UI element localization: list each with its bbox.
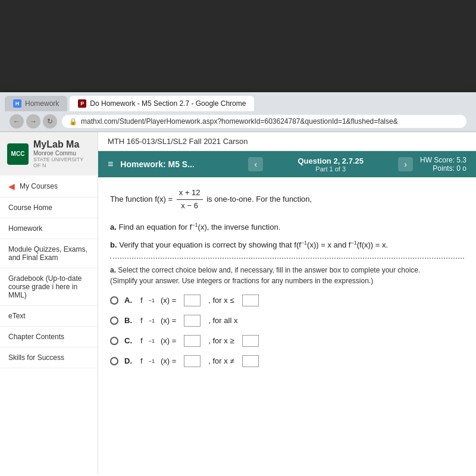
radio-d[interactable] — [110, 357, 118, 365]
tab-mathxl-label: Do Homework - M5 Section 2.7 - Google Ch… — [90, 99, 246, 108]
prev-question-button[interactable]: ‹ — [248, 157, 263, 171]
course-title: MTH 165-013/SL1/SL2 Fall 2021 Carson — [108, 137, 248, 146]
mylab-title-text: MyLab Ma — [33, 139, 90, 150]
tab-homework-label: Homework — [25, 99, 59, 108]
back-button[interactable]: ← — [10, 114, 24, 129]
radio-b[interactable] — [110, 317, 118, 325]
choice-b-label: B. — [124, 316, 132, 325]
instruction-part-label: a. — [110, 266, 116, 274]
answer-box-a2[interactable] — [242, 295, 259, 306]
sidebar-item-homework[interactable]: Homework — [0, 218, 98, 239]
answer-box-b[interactable] — [184, 315, 201, 327]
main-content: MTH 165-013/SL1/SL2 Fall 2021 Carson ≡ H… — [98, 132, 476, 474]
sidebar-item-my-courses[interactable]: ◀ My Courses — [0, 176, 98, 198]
answer-choices: A. f−1(x) = , for x ≤ B. f−1(x) = , for … — [110, 295, 464, 367]
answer-box-c2[interactable] — [242, 335, 259, 347]
dark-background — [0, 0, 476, 92]
sidebar-nav: ◀ My Courses Course Home Homework Module… — [0, 176, 98, 368]
address-bar-area: ← → ↻ 🔒 mathxl.com/Student/PlayerHomewor… — [5, 111, 471, 131]
choice-d: D. f−1(x) = , for x ≠ — [110, 355, 464, 367]
hw-points-label: Points: 0 o — [420, 164, 466, 173]
choice-b: B. f−1(x) = , for all x — [110, 315, 464, 327]
tab-mathxl[interactable]: P Do Homework - M5 Section 2.7 - Google … — [70, 96, 254, 111]
next-question-button[interactable]: › — [398, 157, 413, 171]
course-header: MTH 165-013/SL1/SL2 Fall 2021 Carson — [98, 132, 476, 151]
hw-title: Homework: M5 S... — [120, 159, 241, 169]
homework-header-bar: ≡ Homework: M5 S... ‹ Question 2, 2.7.25… — [98, 151, 476, 177]
sidebar: MCC MyLab Ma Monroe Commu STATE UNIVERSI… — [0, 132, 98, 474]
part-a-label: a. — [110, 223, 117, 231]
mcc-logo: MCC — [7, 143, 29, 165]
lock-icon: 🔒 — [69, 118, 77, 126]
address-input[interactable]: 🔒 mathxl.com/Student/PlayerHomework.aspx… — [62, 115, 466, 128]
refresh-button[interactable]: ↻ — [43, 114, 57, 129]
part-b-label: b. — [110, 240, 117, 249]
radio-c[interactable] — [110, 337, 118, 345]
browser-chrome: H Homework P Do Homework - M5 Section 2.… — [0, 92, 476, 132]
homework-favicon: H — [13, 99, 21, 108]
question-info: Question 2, 2.7.25 Part 1 of 3 — [270, 156, 391, 173]
separator-line — [110, 258, 464, 259]
instruction-text: a. Select the correct choice below and, … — [110, 265, 464, 286]
question-title: Question 2, 2.7.25 — [270, 156, 391, 165]
sidebar-item-skills-success[interactable]: Skills for Success — [0, 347, 98, 368]
browser-tabs: H Homework P Do Homework - M5 Section 2.… — [5, 96, 471, 111]
page-content: MCC MyLab Ma Monroe Commu STATE UNIVERSI… — [0, 132, 476, 474]
back-arrow-icon: ◀ — [8, 181, 15, 191]
browser-window: H Homework P Do Homework - M5 Section 2.… — [0, 92, 476, 476]
hw-menu-icon[interactable]: ≡ — [108, 159, 113, 170]
nav-buttons: ← → ↻ — [10, 114, 57, 129]
sub-task-a: a. Find an equation for f−1(x), the inve… — [110, 221, 464, 234]
radio-a[interactable] — [110, 296, 118, 305]
address-text: mathxl.com/Student/PlayerHomework.aspx?h… — [81, 117, 398, 126]
institute-name: Monroe Commu — [33, 150, 90, 156]
choice-d-label: D. — [124, 356, 132, 365]
sub-task-b: b. Verify that your equation is correct … — [110, 239, 464, 252]
forward-button[interactable]: → — [26, 114, 40, 129]
fraction-denominator: x − 6 — [178, 200, 201, 212]
fraction-numerator: x + 12 — [177, 187, 203, 200]
answer-box-c[interactable] — [184, 335, 201, 347]
sidebar-item-module-quizzes[interactable]: Module Quizzes, Exams, and Final Exam — [0, 239, 98, 268]
answer-box-d2[interactable] — [242, 355, 259, 367]
sidebar-item-course-home[interactable]: Course Home — [0, 198, 98, 218]
sidebar-item-chapter-contents[interactable]: Chapter Contents — [0, 327, 98, 347]
choice-a-label: A. — [124, 296, 132, 305]
choice-c-label: C. — [124, 336, 132, 345]
choice-c: C. f−1(x) = , for x ≥ — [110, 335, 464, 347]
answer-box-a[interactable] — [184, 295, 201, 306]
problem-area: The function f(x) = x + 12 x − 6 is one-… — [98, 177, 476, 377]
institute-sub: STATE UNIVERSITY OF N — [33, 156, 90, 168]
mylab-header: MCC MyLab Ma Monroe Commu STATE UNIVERSI… — [0, 132, 98, 176]
choice-a: A. f−1(x) = , for x ≤ — [110, 295, 464, 306]
problem-statement: The function f(x) = x + 12 x − 6 is one-… — [110, 187, 464, 212]
mathxl-favicon: P — [78, 99, 86, 108]
hw-score-label: HW Score: 5.3 — [420, 156, 466, 164]
question-part: Part 1 of 3 — [270, 165, 391, 173]
tab-homework[interactable]: H Homework — [5, 96, 67, 111]
hw-score-area: HW Score: 5.3 Points: 0 o — [420, 156, 466, 173]
answer-box-d[interactable] — [184, 355, 201, 367]
fraction-display: x + 12 x − 6 — [177, 187, 203, 212]
sidebar-item-etext[interactable]: eText — [0, 306, 98, 327]
my-courses-label: My Courses — [20, 182, 58, 190]
sidebar-item-gradebook[interactable]: Gradebook (Up-to-date course grade i her… — [0, 268, 98, 306]
